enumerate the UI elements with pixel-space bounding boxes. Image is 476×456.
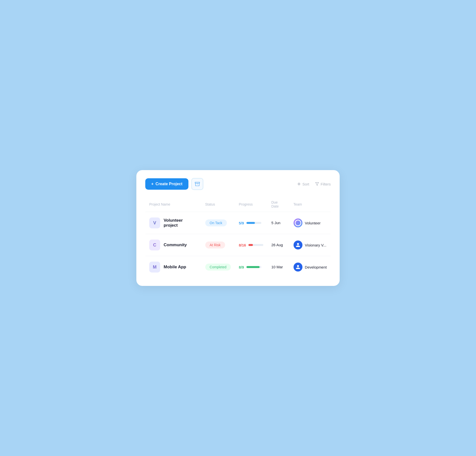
project-name: Mobile App	[164, 265, 186, 270]
col-team: Team	[290, 197, 331, 212]
main-card: + Create Project	[136, 170, 340, 286]
team-name: Visionary V...	[305, 243, 327, 247]
col-project-name: Project Name	[145, 197, 201, 212]
progress-numbers: 5/9	[239, 221, 244, 225]
team-avatar	[294, 218, 302, 227]
toolbar-right: Sort Filters	[297, 182, 331, 186]
project-name-cell: M Mobile App	[145, 256, 201, 278]
project-name-cell: C Community	[145, 234, 201, 256]
toolbar: + Create Project	[145, 178, 331, 190]
project-name: Volunteer project	[164, 218, 197, 228]
project-name: Community	[164, 243, 187, 247]
due-date-cell: 5 Jun	[267, 212, 289, 234]
toolbar-left: + Create Project	[145, 178, 203, 190]
col-due-date: Due Date	[267, 197, 289, 212]
status-badge: At Risk	[205, 242, 225, 248]
team-cell: Visionary V...	[290, 234, 331, 256]
plus-icon: +	[151, 182, 153, 186]
person-icon	[296, 265, 300, 270]
due-date: 26 Aug	[271, 243, 283, 247]
table-row[interactable]: V Volunteer project On Tack 5/9 5 Jun	[145, 212, 331, 234]
filter-icon	[315, 182, 319, 186]
col-status: Status	[201, 197, 235, 212]
due-date: 5 Jun	[271, 221, 280, 225]
project-icon: M	[149, 262, 160, 273]
status-cell: At Risk	[201, 234, 235, 256]
progress-cell: 5/9	[235, 212, 267, 234]
create-project-label: Create Project	[155, 182, 182, 186]
table-row[interactable]: C Community At Risk 8/16 26 Aug	[145, 234, 331, 256]
table-row[interactable]: M Mobile App Completed 8/9 10 Mar	[145, 256, 331, 278]
progress-cell: 8/9	[235, 256, 267, 278]
team-cell: Development	[290, 256, 331, 278]
due-date: 10 Mar	[271, 265, 283, 269]
status-badge: On Tack	[205, 219, 227, 226]
person-icon	[296, 243, 300, 247]
sort-button[interactable]: Sort	[297, 182, 309, 186]
team-cell: Volunteer	[290, 212, 331, 234]
sort-label: Sort	[302, 182, 309, 186]
project-name-cell: V Volunteer project	[145, 212, 201, 234]
svg-marker-3	[315, 182, 319, 185]
team-avatar	[294, 263, 302, 272]
progress-bar-track	[248, 244, 263, 246]
project-icon: C	[149, 240, 160, 250]
team-avatar	[294, 241, 302, 249]
archive-button[interactable]	[191, 178, 203, 190]
due-date-cell: 26 Aug	[267, 234, 289, 256]
page-wrapper: + Create Project	[126, 155, 350, 301]
progress-numbers: 8/16	[239, 243, 246, 247]
progress-bar-track	[246, 266, 261, 268]
table-header-row: Project Name Status Progress Due Date Te…	[145, 197, 331, 212]
progress-bar-track	[246, 222, 261, 224]
status-badge: Completed	[205, 264, 231, 271]
filter-button[interactable]: Filters	[315, 182, 331, 186]
sort-icon	[297, 182, 301, 186]
team-name: Volunteer	[305, 221, 321, 225]
progress-numbers: 8/9	[239, 265, 244, 269]
projects-table: Project Name Status Progress Due Date Te…	[145, 197, 331, 278]
archive-icon	[195, 182, 200, 186]
project-icon: V	[149, 217, 160, 228]
due-date-cell: 10 Mar	[267, 256, 289, 278]
team-name: Development	[305, 265, 327, 269]
status-cell: Completed	[201, 256, 235, 278]
progress-bar-fill	[246, 266, 260, 268]
status-cell: On Tack	[201, 212, 235, 234]
create-project-button[interactable]: + Create Project	[145, 178, 188, 190]
col-progress: Progress	[235, 197, 267, 212]
filter-label: Filters	[321, 182, 331, 186]
svg-rect-0	[195, 182, 200, 183]
progress-cell: 8/16	[235, 234, 267, 256]
progress-bar-fill	[248, 244, 253, 246]
progress-bar-fill	[246, 222, 255, 224]
